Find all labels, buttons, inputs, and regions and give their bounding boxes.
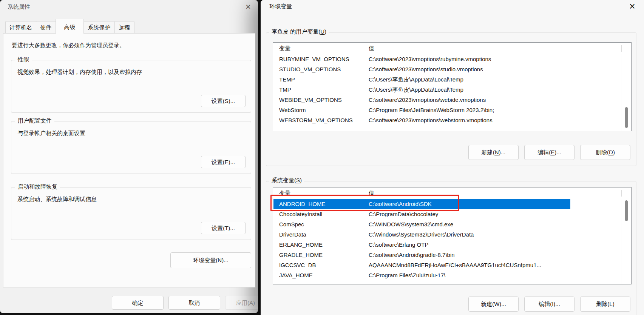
performance-group: 性能 视觉效果，处理器计划，内存使用，以及虚拟内存 设置(S)... — [11, 60, 251, 113]
table-row[interactable]: WebStormC:\Program Files\JetBrains\WebSt… — [273, 105, 631, 115]
table-row-selected[interactable]: ANDROID_HOMEC:\software\Android\SDK — [273, 199, 631, 209]
performance-settings-button[interactable]: 设置(S)... — [201, 95, 246, 107]
system-edit-button[interactable]: 编辑(I)... — [524, 297, 575, 312]
table-row[interactable]: GRADLE_HOMEC:\software\Android\gradle-8.… — [273, 250, 631, 260]
user-profiles-group-desc: 与登录帐户相关的桌面设置 — [17, 130, 85, 137]
tab-remote[interactable]: 远程 — [114, 21, 134, 33]
environment-variables-button[interactable]: 环境变量(N)... — [170, 252, 251, 268]
column-header-variable[interactable]: 变量 — [279, 187, 290, 199]
column-header-value[interactable]: 值 — [369, 187, 374, 199]
dialog-title: 环境变量 — [269, 3, 292, 10]
startup-recovery-group-desc: 系统启动、系统故障和调试信息 — [17, 196, 97, 203]
user-profiles-settings-button[interactable]: 设置(E)... — [201, 156, 246, 168]
column-separator[interactable] — [365, 190, 365, 197]
environment-variables-dialog: 环境变量 × 李鱼皮 的用户变量(U) 变量 值 RUBYMINE_VM_OPT… — [261, 0, 644, 315]
vertical-scrollbar-thumb[interactable] — [625, 200, 628, 221]
system-variables-group-caption: 系统变量(S) — [269, 177, 304, 184]
startup-recovery-group: 启动和故障恢复 系统启动、系统故障和调试信息 设置(T)... — [11, 187, 251, 240]
table-row[interactable]: IGCCSVC_DBAQAAANCMnd8BFdERjHoAwE/Cl+sBAA… — [273, 260, 631, 270]
tab-hardware[interactable]: 硬件 — [36, 21, 56, 33]
table-row[interactable]: JAVA_HOMEC:\Program Files\Zulu\zulu-17\ — [273, 270, 631, 280]
cancel-button[interactable]: 取消 — [168, 296, 220, 310]
apply-button: 应用(A) — [225, 296, 258, 310]
user-profiles-group-caption: 用户配置文件 — [15, 117, 54, 124]
table-row[interactable]: ERLANG_HOMEC:\software\Erlang OTP — [273, 240, 631, 250]
table-row[interactable]: RUBYMINE_VM_OPTIONSC:\software\2023\vmop… — [273, 54, 631, 64]
table-header[interactable]: 变量 值 — [273, 187, 631, 199]
table-row[interactable]: TMPC:\Users\李鱼皮\AppData\Local\Temp — [273, 85, 631, 95]
close-icon[interactable]: × — [626, 1, 639, 12]
system-delete-button[interactable]: 删除(L) — [580, 297, 630, 312]
performance-group-caption: 性能 — [15, 56, 32, 63]
user-new-button[interactable]: 新建(N)... — [468, 145, 519, 160]
table-row[interactable]: DriverDataC:\Windows\System32\Drivers\Dr… — [273, 229, 631, 240]
user-profiles-group: 用户配置文件 与登录帐户相关的桌面设置 设置(E)... — [11, 121, 251, 174]
tab-computer-name[interactable]: 计算机名 — [5, 21, 36, 33]
user-variables-table[interactable]: 变量 值 RUBYMINE_VM_OPTIONSC:\software\2023… — [273, 42, 632, 131]
system-new-button[interactable]: 新建(W)... — [468, 297, 519, 312]
column-separator[interactable] — [365, 45, 365, 52]
tab-system-protection[interactable]: 系统保护 — [83, 21, 115, 33]
performance-group-desc: 视觉效果，处理器计划，内存使用，以及虚拟内存 — [17, 69, 142, 76]
tab-advanced[interactable]: 高级 — [56, 19, 84, 34]
startup-recovery-settings-button[interactable]: 设置(T)... — [201, 222, 246, 234]
close-icon[interactable]: × — [242, 2, 254, 12]
table-row[interactable]: WEBSTORM_VM_OPTIONSC:\software\2023\vmop… — [273, 115, 631, 125]
user-variables-group-caption: 李鱼皮 的用户变量(U) — [269, 28, 329, 35]
admin-note: 要进行大多数更改，你必须作为管理员登录。 — [12, 42, 125, 49]
table-row[interactable]: WEBIDE_VM_OPTIONSC:\software\2023\vmopti… — [273, 95, 631, 105]
table-row[interactable]: ChocolateyInstallC:\ProgramData\chocolat… — [273, 209, 631, 219]
user-delete-button[interactable]: 删除(D) — [580, 145, 630, 160]
column-header-value[interactable]: 值 — [369, 43, 374, 54]
column-header-variable[interactable]: 变量 — [279, 43, 290, 54]
startup-recovery-group-caption: 启动和故障恢复 — [15, 183, 60, 191]
column-separator[interactable] — [621, 190, 622, 197]
advanced-tab-panel: 要进行大多数更改，你必须作为管理员登录。 性能 视觉效果，处理器计划，内存使用，… — [3, 33, 255, 287]
table-row[interactable]: TEMPC:\Users\李鱼皮\AppData\Local\Temp — [273, 74, 631, 85]
dialog-title: 系统属性 — [8, 3, 30, 11]
table-row[interactable]: STUDIO_VM_OPTIONSC:\software\2023\vmopti… — [273, 64, 631, 74]
table-header[interactable]: 变量 值 — [273, 43, 631, 54]
column-separator[interactable] — [621, 45, 622, 52]
vertical-scrollbar-thumb[interactable] — [625, 107, 628, 128]
system-properties-dialog: 系统属性 × 计算机名 硬件 高级 系统保护 远程 要进行大多数更改，你必须作为… — [0, 0, 258, 313]
user-edit-button[interactable]: 编辑(E)... — [524, 145, 575, 160]
system-variables-table[interactable]: 变量 值 ANDROID_HOMEC:\software\Android\SDK… — [273, 187, 632, 284]
table-row[interactable]: ComSpecC:\WINDOWS\system32\cmd.exe — [273, 219, 631, 229]
ok-button[interactable]: 确定 — [112, 296, 164, 310]
